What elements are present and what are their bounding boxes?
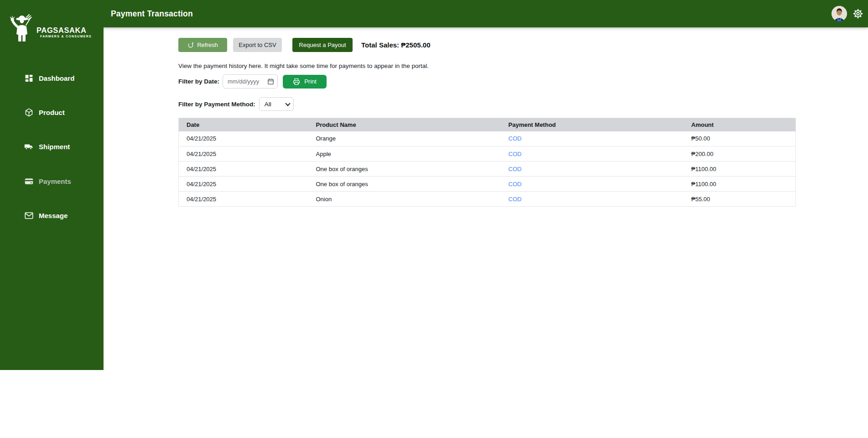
export-csv-button[interactable]: Export to CSV (233, 38, 282, 52)
payment-method-select[interactable]: All (259, 97, 294, 111)
col-header-amount: Amount (684, 118, 796, 131)
sidebar-item-label: Payments (39, 177, 71, 185)
avatar[interactable] (832, 6, 847, 21)
dashboard-grid-icon (24, 73, 34, 83)
sidebar-item-label: Shipment (39, 143, 70, 151)
method-filter-row: Filter by Payment Method: All (178, 97, 294, 111)
printer-icon (293, 78, 300, 85)
cell-date: 04/21/2025 (179, 192, 308, 207)
table-row: 04/21/2025 One box of oranges COD ₱1100.… (179, 177, 796, 192)
total-sales-label: Total Sales: (361, 41, 399, 49)
col-header-method: Payment Method (501, 118, 684, 131)
cell-amount: ₱55.00 (684, 192, 796, 207)
table-row: 04/21/2025 One box of oranges COD ₱1100.… (179, 162, 796, 177)
total-sales: Total Sales: ₱2505.00 (361, 41, 431, 49)
avatar-photo (832, 6, 847, 21)
cod-link[interactable]: COD (509, 181, 522, 188)
cod-link[interactable]: COD (509, 135, 522, 142)
table-row: 04/21/2025 Orange COD ₱50.00 (179, 131, 796, 146)
credit-card-icon (24, 177, 34, 186)
col-header-product: Product Name (308, 118, 501, 131)
cod-link[interactable]: COD (509, 196, 522, 203)
envelope-icon (24, 211, 34, 220)
refresh-button[interactable]: Refresh (178, 38, 227, 52)
sidebar-item-label: Product (39, 109, 65, 116)
cell-date: 04/21/2025 (179, 177, 308, 192)
cell-amount: ₱1100.00 (684, 162, 796, 177)
sidebar-item-label: Message (39, 212, 68, 219)
sidebar-item-product[interactable]: Product (0, 104, 104, 120)
method-filter-label: Filter by Payment Method: (178, 101, 255, 108)
sidebar: PAGSASAKA FARMERS & CONSUMERS Dashboard … (0, 0, 104, 370)
date-filter-label: Filter by Date: (178, 78, 219, 85)
table-row: 04/21/2025 Apple COD ₱200.00 (179, 146, 796, 162)
cod-link[interactable]: COD (509, 166, 522, 172)
refresh-label: Refresh (197, 42, 218, 48)
cell-product: Onion (308, 192, 501, 207)
cell-amount: ₱50.00 (684, 131, 796, 146)
cell-date: 04/21/2025 (179, 131, 308, 146)
refresh-icon (187, 42, 194, 48)
cod-link[interactable]: COD (509, 151, 522, 157)
col-header-date: Date (179, 118, 308, 131)
cell-product: Apple (308, 146, 501, 162)
table-row: 04/21/2025 Onion COD ₱55.00 (179, 192, 796, 207)
logo-title: PAGSASAKA (36, 26, 87, 35)
print-button[interactable]: Print (283, 75, 327, 89)
info-text: View the payment history here. It might … (178, 63, 429, 69)
cell-date: 04/21/2025 (179, 146, 308, 162)
cell-product: One box of oranges (308, 177, 501, 192)
logo-subtitle: FARMERS & CONSUMERS (40, 35, 92, 38)
total-sales-value: ₱2505.00 (401, 41, 430, 49)
box-icon (24, 108, 34, 117)
sidebar-item-dashboard[interactable]: Dashboard (0, 70, 104, 86)
print-label: Print (304, 78, 317, 85)
settings-gear-icon[interactable] (853, 9, 863, 19)
toolbar: Refresh Export to CSV Request a Payout T… (178, 38, 431, 52)
date-filter-input[interactable] (223, 74, 278, 89)
topbar-actions (832, 0, 863, 27)
farmer-logo-icon (8, 13, 36, 43)
topbar: Payment Transaction (0, 0, 868, 27)
truck-icon (24, 142, 34, 151)
cell-date: 04/21/2025 (179, 162, 308, 177)
sidebar-item-payments[interactable]: Payments (0, 173, 104, 189)
sidebar-item-label: Dashboard (39, 74, 74, 82)
page-title: Payment Transaction (111, 0, 193, 27)
request-payout-button[interactable]: Request a Payout (292, 38, 353, 52)
date-filter-row: Filter by Date: Print (178, 74, 327, 89)
cell-product: Orange (308, 131, 501, 146)
cell-amount: ₱200.00 (684, 146, 796, 162)
table-header-row: Date Product Name Payment Method Amount (179, 118, 796, 131)
payments-table: Date Product Name Payment Method Amount … (178, 118, 795, 207)
sidebar-item-message[interactable]: Message (0, 207, 104, 224)
cell-product: One box of oranges (308, 162, 501, 177)
sidebar-item-shipment[interactable]: Shipment (0, 138, 104, 155)
cell-amount: ₱1100.00 (684, 177, 796, 192)
